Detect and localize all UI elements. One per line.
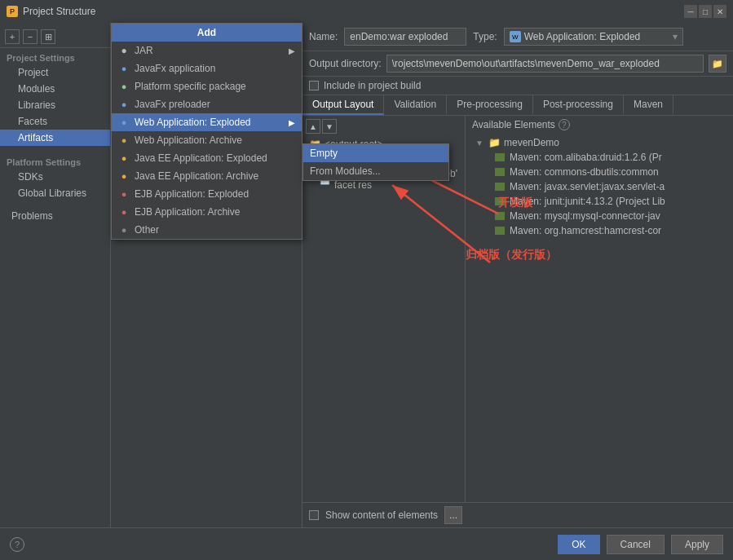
platform-icon: ● [118,81,130,92]
menu-item-javaee-archive[interactable]: ● Java EE Application: Archive [112,167,302,185]
tab-output-layout[interactable]: Output Layout [302,95,384,115]
window-title: Project Structure [23,6,95,17]
sidebar-item-problems[interactable]: Problems [0,208,110,224]
menu-item-ejb-archive[interactable]: ● EJB Application: Archive [112,203,302,221]
show-content-label: Show content of elements [325,509,438,521]
menu-item-other[interactable]: ● Other [112,221,302,239]
artifact-header: Name: Type: W Web Application: Exploded … [302,23,733,51]
maven-item-2[interactable]: Maven: javax.servlet:javax.servlet-a [472,179,726,194]
dialog-footer: ? OK Cancel Apply [0,527,733,560]
available-label: Available Elements [472,119,555,130]
maximize-button[interactable]: □ [699,5,712,18]
show-content-checkbox[interactable] [309,510,319,520]
expand-icon[interactable]: ▼ [475,139,485,148]
name-label: Name: [309,31,338,42]
content-toolbar: ▲ ▼ [306,119,461,134]
submenu-item-empty[interactable]: Empty [303,144,448,162]
name-input[interactable] [344,28,466,46]
include-checkbox[interactable] [309,81,319,90]
sidebar-item-facets[interactable]: Facets [0,113,110,130]
submenu-arrow-2: ▶ [289,118,295,127]
sidebar-item-artifacts[interactable]: Artifacts [0,130,110,146]
menu-item-javafx[interactable]: ● JavaFx application [112,60,302,77]
ejb-exploded-icon: ● [118,188,130,200]
cancel-button[interactable]: Cancel [607,535,665,554]
menu-item-web-archive[interactable]: ● Web Application: Archive [112,131,302,149]
maven-bar-icon-2 [495,183,505,191]
sidebar: + − ⊞ Project Settings Project Modules L… [0,23,111,527]
right-panel: Name: Type: W Web Application: Exploded … [302,23,733,527]
add-button[interactable]: + [5,29,20,44]
menu-item-javafx-preloader[interactable]: ● JavaFx preloader [112,95,302,113]
type-selector[interactable]: W Web Application: Exploded ▾ [504,28,683,46]
down-button[interactable]: ▼ [322,119,337,134]
type-icon: W [510,31,521,42]
submenu: Empty From Modules... [302,143,449,181]
maven-item-0[interactable]: Maven: com.alibaba:druid:1.2.6 (Pr [472,150,726,165]
middle-panel: Add ● JAR ▶ ● JavaFx application ● Platf… [111,23,302,527]
type-value: Web Application: Exploded [524,31,641,42]
apply-button[interactable]: Apply [671,535,723,554]
title-bar-left: P Project Structure [7,6,95,17]
copy-button[interactable]: ⊞ [41,29,55,44]
menu-item-jar[interactable]: ● JAR ▶ [112,42,302,60]
type-label: Type: [473,31,497,42]
remove-button[interactable]: − [23,29,38,44]
tree-root-node[interactable]: ▼ 📁 mevenDemo [472,135,726,150]
menu-item-platform-package[interactable]: ● Platform specific package [112,77,302,95]
tab-postprocessing[interactable]: Post-processing [533,95,624,115]
javafx-icon: ● [118,63,130,74]
include-row: Include in project build [302,77,733,95]
maven-item-5[interactable]: Maven: org.hamcrest:hamcrest-cor [472,223,726,238]
footer-help-button[interactable]: ? [10,537,24,552]
sidebar-item-sdks[interactable]: SDKs [0,169,110,185]
browse-button[interactable]: 📁 [709,55,726,73]
include-label: Include in project build [324,80,421,91]
maven-item-4[interactable]: Maven: mysql:mysql-connector-jav [472,209,726,223]
maven-bar-icon-0 [495,153,505,161]
submenu-arrow: ▶ [289,46,295,55]
output-dir-input[interactable] [386,55,704,73]
other-icon: ● [118,224,130,236]
settings-button[interactable]: ... [444,506,462,524]
sidebar-item-global-libraries[interactable]: Global Libraries [0,185,110,201]
title-bar: P Project Structure ─ □ ✕ [0,0,733,23]
sidebar-item-libraries[interactable]: Libraries [0,97,110,113]
close-button[interactable]: ✕ [713,5,726,18]
maven-bar-icon-5 [495,227,505,235]
bottom-row: Show content of elements ... [302,502,733,527]
sidebar-toolbar: + − ⊞ [0,26,110,48]
tabs-row: Output Layout Validation Pre-processing … [302,95,733,116]
menu-item-ejb-exploded[interactable]: ● EJB Application: Exploded [112,185,302,203]
add-dropdown-menu: Add ● JAR ▶ ● JavaFx application ● Platf… [111,23,302,240]
main-container: + − ⊞ Project Settings Project Modules L… [0,23,733,527]
title-controls[interactable]: ─ □ ✕ [684,5,726,18]
tab-preprocessing[interactable]: Pre-processing [447,95,533,115]
type-dropdown-arrow: ▾ [673,31,678,42]
menu-item-web-exploded[interactable]: ● Web Application: Exploded ▶ [112,113,302,131]
submenu-item-from-modules[interactable]: From Modules... [303,162,448,180]
ok-button[interactable]: OK [558,535,599,554]
maven-item-1[interactable]: Maven: commons-dbutils:common [472,165,726,179]
javaee-archive-icon: ● [118,170,130,182]
sidebar-item-modules[interactable]: Modules [0,81,110,97]
project-folder-icon: 📁 [488,137,501,148]
dropdown-title: Add [112,24,302,42]
tab-validation[interactable]: Validation [384,95,447,115]
web-exploded-icon: ● [118,117,130,128]
javaee-exploded-icon: ● [118,152,130,164]
help-icon[interactable]: ? [559,119,570,130]
menu-item-javaee-exploded[interactable]: ● Java EE Application: Exploded [112,149,302,167]
maven-item-3[interactable]: Maven: junit:junit:4.13.2 (Project Lib [472,194,726,209]
output-label: Output directory: [309,58,382,69]
platform-settings-label: Platform Settings [0,156,110,169]
maven-bar-icon-1 [495,168,505,176]
sidebar-item-project[interactable]: Project [0,64,110,81]
up-button[interactable]: ▲ [306,119,320,134]
maven-bar-icon-4 [495,212,505,220]
preloader-icon: ● [118,99,130,110]
jar-icon: ● [118,45,130,56]
app-icon: P [7,6,18,17]
tab-maven[interactable]: Maven [624,95,673,115]
minimize-button[interactable]: ─ [684,5,697,18]
